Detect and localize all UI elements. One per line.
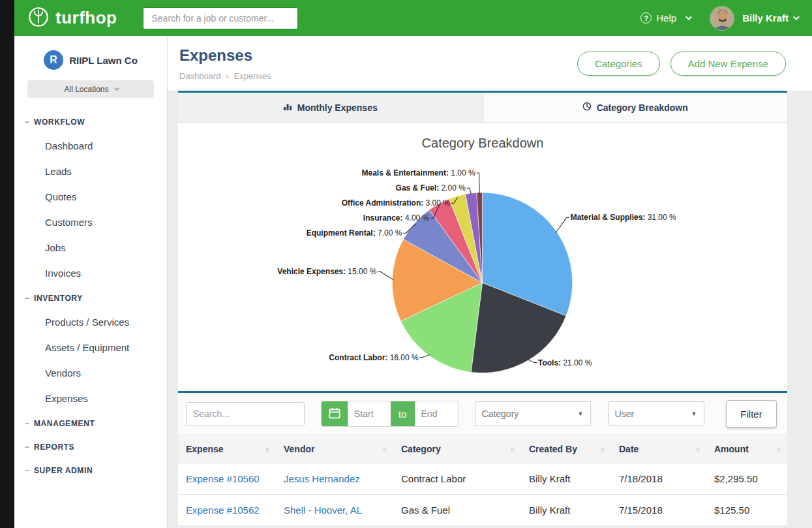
turfhop-logo-icon — [27, 6, 50, 31]
end-date-input[interactable] — [415, 401, 458, 426]
column-header-created-by[interactable]: Created By↑↓ — [521, 435, 611, 463]
pie-chart-icon — [582, 102, 592, 113]
sort-arrows-icon[interactable]: ↑↓ — [776, 445, 779, 453]
pie-label-leader-line — [420, 354, 430, 357]
select-arrow-icon: ▼ — [691, 411, 697, 417]
sidebar-section-label: SUPER ADMIN — [34, 466, 93, 475]
pie-label-meals-entertainment: Meals & Entertainment: 1.00 % — [362, 168, 475, 178]
sidebar-item-jobs[interactable]: Jobs — [14, 235, 167, 260]
table-search-input[interactable] — [186, 402, 305, 426]
tree-branch-icon: -- — [25, 294, 29, 303]
column-header-vendor[interactable]: Vendor↑↓ — [276, 435, 393, 463]
user-select-value: User — [615, 409, 635, 419]
pie-label-vehicle-expenses: Vehicle Expenses: 15.00 % — [277, 267, 376, 276]
cell-category: Contract Labor — [393, 463, 521, 494]
sort-arrows-icon[interactable]: ↑↓ — [265, 445, 268, 453]
global-search-input[interactable] — [143, 7, 298, 29]
chart-tabs: Monthly Expenses Category Breakdown — [178, 93, 787, 123]
sidebar-item-dashboard[interactable]: Dashboard — [14, 133, 167, 159]
pie-label-equipment-rental: Equipment Rental: 7.00 % — [307, 228, 402, 238]
sidebar-section-label: REPORTS — [34, 443, 74, 452]
sidebar-item-vendors[interactable]: Vendors — [14, 360, 167, 386]
filter-button[interactable]: Filter — [726, 400, 777, 427]
tree-branch-icon: -- — [25, 419, 29, 428]
user-menu[interactable]: Billy Kraft — [742, 12, 798, 23]
sidebar-section-super-admin: --SUPER ADMIN — [14, 458, 167, 482]
user-name: Billy Kraft — [742, 12, 789, 23]
sort-arrows-icon[interactable]: ↑↓ — [382, 445, 385, 453]
sidebar-item-assets-equipment[interactable]: Assets / Equipment — [14, 335, 167, 360]
cell-category: Gas & Fuel — [393, 495, 521, 525]
help-label: Help — [656, 12, 676, 23]
chevron-down-icon — [793, 14, 800, 20]
bar-chart-icon — [283, 102, 292, 113]
user-avatar[interactable] — [710, 6, 734, 31]
sidebar-nav: --WORKFLOWDashboardLeadsQuotesCustomersJ… — [14, 110, 167, 482]
categories-button[interactable]: Categories — [577, 52, 660, 76]
table-row: Expense #10560Jesus HernandezContract La… — [178, 463, 787, 495]
expenses-card: Monthly Expenses Category Breakdown — [178, 91, 787, 526]
header-buttons: Categories Add New Expense — [577, 52, 786, 76]
breadcrumb-dashboard[interactable]: Dashboard — [179, 71, 221, 81]
sidebar-item-leads[interactable]: Leads — [14, 159, 167, 184]
help-menu[interactable]: ? Help — [640, 12, 690, 23]
pie-label-contract-labor: Contract Labor: 16.00 % — [329, 353, 419, 362]
date-to-label: to — [391, 401, 415, 426]
chevron-down-icon — [685, 14, 692, 20]
cell-vendor[interactable]: Shell - Hoover, AL — [276, 495, 393, 525]
page-title: Expenses — [179, 46, 271, 65]
sidebar-item-invoices[interactable]: Invoices — [14, 260, 167, 286]
cell-expense[interactable]: Expense #10560 — [178, 463, 276, 494]
sort-arrows-icon[interactable]: ↑↓ — [600, 445, 603, 453]
column-label: Amount — [714, 444, 749, 454]
sidebar-item-customers[interactable]: Customers — [14, 210, 167, 235]
tree-branch-icon: -- — [25, 443, 29, 452]
start-date-input[interactable] — [348, 401, 391, 426]
sort-arrows-icon[interactable]: ↑↓ — [510, 445, 513, 453]
cell-expense[interactable]: Expense #10562 — [178, 495, 276, 525]
pie-label-gas-fuel: Gas & Fuel: 2.00 % — [396, 183, 466, 193]
table-header-row: Expense↑↓Vendor↑↓Category↑↓Created By↑↓D… — [178, 435, 787, 463]
table-body: Expense #10560Jesus HernandezContract La… — [178, 463, 787, 526]
user-select[interactable]: User ▼ — [608, 401, 704, 426]
category-breakdown-pie-chart: Meals & Entertainment: 1.00 %Gas & Fuel:… — [178, 152, 787, 387]
sidebar-section-label: MANAGEMENT — [34, 419, 95, 428]
cell-created-by: Billy Kraft — [521, 463, 611, 494]
location-selector[interactable]: All Locations — [27, 80, 154, 98]
pie-label-leader-line — [528, 359, 537, 362]
sidebar-section-label: WORKFLOW — [34, 117, 85, 127]
column-label: Expense — [186, 444, 224, 454]
page-header: Expenses Dashboard › Expenses Categories… — [168, 36, 812, 91]
company-badge: R — [44, 50, 63, 70]
tab-category-breakdown[interactable]: Category Breakdown — [483, 93, 788, 122]
calendar-button[interactable] — [322, 401, 348, 426]
column-header-expense[interactable]: Expense↑↓ — [178, 435, 276, 463]
sidebar-item-products-services[interactable]: Products / Services — [14, 309, 167, 335]
sidebar-item-quotes[interactable]: Quotes — [14, 184, 167, 210]
tab-monthly-expenses[interactable]: Monthly Expenses — [178, 93, 483, 122]
sort-arrows-icon[interactable]: ↑↓ — [695, 445, 699, 453]
left-black-rail — [0, 0, 14, 528]
pie-label-leader-line — [378, 272, 393, 280]
category-select[interactable]: Category ▼ — [475, 401, 591, 426]
column-header-amount[interactable]: Amount↑↓ — [706, 435, 787, 463]
column-header-category[interactable]: Category↑↓ — [393, 435, 521, 463]
chart-area: Category Breakdown Meals & Entertainment… — [178, 123, 787, 391]
column-header-date[interactable]: Date↑↓ — [611, 435, 706, 463]
content: Expenses Dashboard › Expenses Categories… — [168, 36, 812, 528]
chart-title: Category Breakdown — [178, 136, 787, 151]
column-label: Date — [619, 444, 639, 454]
column-label: Created By — [529, 444, 577, 454]
add-new-expense-button[interactable]: Add New Expense — [670, 52, 786, 76]
turfhop-logo[interactable]: turfhop — [27, 6, 117, 31]
sidebar-item-expenses[interactable]: Expenses — [14, 386, 167, 411]
tree-branch-icon: -- — [25, 466, 29, 475]
column-label: Category — [401, 444, 441, 454]
sidebar-section-reports: --REPORTS — [14, 435, 167, 458]
cell-vendor[interactable]: Jesus Hernandez — [276, 463, 393, 494]
sidebar-section-management: --MANAGEMENT — [14, 411, 167, 435]
calendar-icon — [329, 407, 340, 421]
select-arrow-icon: ▼ — [578, 411, 584, 417]
company-name: RIIPL Lawn Co — [69, 55, 138, 66]
cell-created-by: Billy Kraft — [521, 495, 611, 525]
